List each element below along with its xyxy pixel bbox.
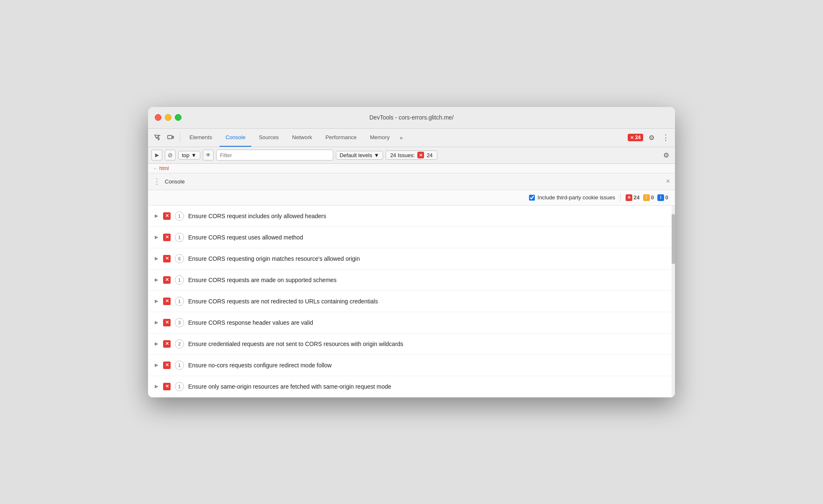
toolbar-divider-1 (180, 132, 180, 143)
scrollbar-thumb[interactable] (672, 214, 675, 264)
issue-row[interactable]: ▶ ✕ 2 Ensure credentialed requests are n… (148, 333, 675, 355)
svg-rect-0 (168, 135, 172, 139)
blue-info-icon: i (657, 194, 664, 201)
issue-expand-arrow: ▶ (155, 384, 158, 389)
issue-error-icon: ✕ (163, 383, 171, 390)
devtools-window: DevTools - cors-errors.glitch.me/ Elemen… (148, 107, 675, 397)
issue-error-icon: ✕ (163, 276, 171, 284)
issue-expand-arrow: ▶ (155, 298, 158, 304)
tab-network[interactable]: Network (286, 128, 318, 147)
issue-expand-arrow: ▶ (155, 341, 158, 346)
tab-sources[interactable]: Sources (253, 128, 285, 147)
tab-memory[interactable]: Memory (364, 128, 396, 147)
top-context-selector[interactable]: top ▼ (178, 151, 200, 160)
issue-description: Ensure CORS request uses allowed method (188, 234, 303, 241)
issue-error-icon: ✕ (163, 212, 171, 220)
issues-x-icon: ✕ (417, 152, 424, 158)
third-party-cookie-checkbox[interactable] (529, 195, 535, 201)
issues-list: ▶ ✕ 1 Ensure CORS request includes only … (148, 206, 675, 397)
close-button[interactable] (155, 114, 161, 121)
error-count-badge[interactable]: ✕ 24 (628, 134, 643, 141)
minimize-button[interactable] (165, 114, 171, 121)
titlebar: DevTools - cors-errors.glitch.me/ (148, 107, 675, 129)
issue-description: Ensure CORS request includes only allowe… (188, 213, 326, 219)
issues-filter-toolbar: Include third-party cookie issues ✕ 24 !… (148, 190, 675, 206)
issues-counts: ✕ 24 ! 0 i 0 (626, 194, 668, 201)
issue-row[interactable]: ▶ ✕ 3 Ensure CORS response header values… (148, 312, 675, 333)
device-toggle-icon[interactable] (165, 132, 176, 143)
more-options-icon[interactable]: ⋮ (660, 132, 672, 143)
issue-description: Ensure CORS response header values are v… (188, 319, 313, 326)
settings-gear-icon[interactable]: ⚙ (646, 132, 657, 143)
issue-expand-arrow: ▶ (155, 277, 158, 283)
issue-expand-arrow: ▶ (155, 362, 158, 368)
default-levels-dropdown[interactable]: Default levels ▼ (336, 151, 383, 160)
issue-row[interactable]: ▶ ✕ 1 Ensure CORS request uses allowed m… (148, 227, 675, 248)
breadcrumb: ← html (148, 164, 675, 173)
issue-row[interactable]: ▶ ✕ 1 Ensure no-cors requests configure … (148, 355, 675, 376)
issue-description: Ensure no-cors requests configure redire… (188, 362, 332, 369)
scrollbar[interactable] (672, 206, 675, 397)
issue-count: 6 (175, 254, 184, 263)
issue-count: 1 (175, 275, 184, 285)
main-toolbar: Elements Console Sources Network Perform… (148, 129, 675, 147)
yellow-count-badge: ! 0 (643, 194, 654, 201)
toolbar-right: ✕ 24 ⚙ ⋮ (628, 132, 672, 143)
breadcrumb-arrow-icon: ← (153, 166, 158, 171)
tab-performance[interactable]: Performance (319, 128, 362, 147)
issue-error-icon: ✕ (163, 340, 171, 348)
window-title: DevTools - cors-errors.glitch.me/ (369, 114, 454, 121)
eye-icon: 👁 (206, 152, 211, 158)
issue-row[interactable]: ▶ ✕ 1 Ensure only same-origin resources … (148, 376, 675, 397)
dropdown-arrow-icon: ▼ (191, 152, 197, 158)
tab-console[interactable]: Console (220, 128, 251, 147)
issue-error-icon: ✕ (163, 319, 171, 326)
console-title: Console (165, 178, 185, 185)
issue-description: Ensure CORS requests are not redirected … (188, 298, 378, 305)
inspect-icon[interactable] (151, 132, 163, 143)
issue-count: 2 (175, 339, 184, 349)
tab-elements[interactable]: Elements (184, 128, 218, 147)
third-party-cookie-checkbox-label[interactable]: Include third-party cookie issues (529, 194, 615, 201)
issue-count: 1 (175, 233, 184, 242)
issue-error-icon: ✕ (163, 298, 171, 305)
issue-count: 1 (175, 211, 184, 221)
levels-arrow-icon: ▼ (374, 152, 379, 158)
play-icon: ▶ (155, 152, 159, 158)
console-panel: ⋮ Console × Include third-party cookie i… (148, 173, 675, 397)
issue-count: 1 (175, 382, 184, 391)
issue-description: Ensure credentialed requests are not sen… (188, 341, 403, 347)
issue-count: 1 (175, 297, 184, 306)
issue-description: Ensure CORS requesting origin matches re… (188, 255, 360, 262)
issues-count-badge[interactable]: 24 Issues: ✕ 24 (386, 150, 437, 160)
red-x-icon: ✕ (626, 194, 632, 201)
svg-rect-1 (172, 136, 174, 138)
console-close-button[interactable]: × (666, 178, 670, 185)
issue-expand-arrow: ▶ (155, 256, 158, 261)
traffic-lights (155, 114, 181, 121)
error-x-icon: ✕ (630, 135, 634, 140)
issue-row[interactable]: ▶ ✕ 6 Ensure CORS requesting origin matc… (148, 248, 675, 270)
play-button[interactable]: ▶ (151, 150, 162, 160)
issue-expand-arrow: ▶ (155, 213, 158, 219)
issue-description: Ensure CORS requests are made on support… (188, 277, 337, 283)
filter-input[interactable] (216, 150, 333, 160)
console-header: ⋮ Console × (148, 173, 675, 190)
issue-description: Ensure only same-origin resources are fe… (188, 383, 391, 390)
issue-error-icon: ✕ (163, 255, 171, 262)
issue-row[interactable]: ▶ ✕ 1 Ensure CORS requests are made on s… (148, 270, 675, 291)
breadcrumb-html-tag: html (159, 165, 169, 171)
console-menu-icon[interactable]: ⋮ (153, 177, 161, 186)
maximize-button[interactable] (175, 114, 181, 121)
block-icon: ⊘ (168, 152, 173, 158)
secondary-toolbar: ▶ ⊘ top ▼ 👁 Default levels ▼ 24 Issues: … (148, 147, 675, 164)
more-tabs-button[interactable]: » (397, 128, 405, 147)
issue-row[interactable]: ▶ ✕ 1 Ensure CORS requests are not redir… (148, 291, 675, 312)
issue-row[interactable]: ▶ ✕ 1 Ensure CORS request includes only … (148, 206, 675, 227)
issue-error-icon: ✕ (163, 234, 171, 241)
issue-count: 3 (175, 318, 184, 327)
eye-button[interactable]: 👁 (203, 150, 214, 160)
count-separator (620, 193, 621, 202)
block-button[interactable]: ⊘ (165, 150, 176, 160)
secondary-settings-icon[interactable]: ⚙ (661, 150, 672, 160)
